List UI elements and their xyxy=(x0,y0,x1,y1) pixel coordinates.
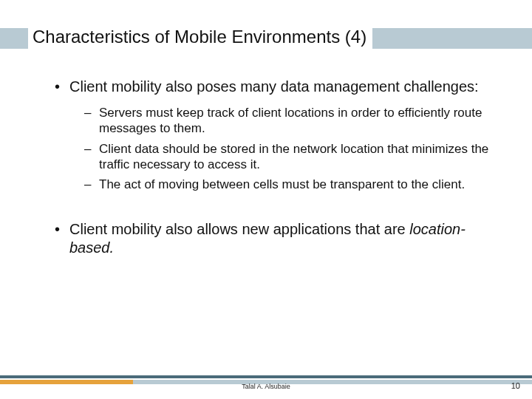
bullet-text: Client mobility also poses many data man… xyxy=(69,78,479,95)
footer-band-dark xyxy=(0,375,532,378)
bullet-item: Client mobility also poses many data man… xyxy=(52,78,495,192)
title-accent-right xyxy=(372,28,532,49)
sub-bullet-item: Servers must keep track of client locati… xyxy=(83,105,495,137)
title-accent-left xyxy=(0,28,28,49)
page-title: Characteristics of Mobile Environments (… xyxy=(33,27,366,47)
sub-bullet-text: The act of moving between cells must be … xyxy=(99,177,465,191)
spacer xyxy=(52,202,495,220)
slide-footer: Talal A. Alsubaie 10 xyxy=(0,372,532,392)
bullet-list: Client mobility also allows new applicat… xyxy=(52,220,495,257)
slide-content: Client mobility also poses many data man… xyxy=(52,78,495,267)
slide: Characteristics of Mobile Environments (… xyxy=(0,0,532,399)
footer-author: Talal A. Alsubaie xyxy=(0,383,532,390)
bullet-list: Client mobility also poses many data man… xyxy=(52,78,495,192)
title-wrap: Characteristics of Mobile Environments (… xyxy=(28,27,372,47)
sub-bullet-list: Servers must keep track of client locati… xyxy=(83,105,495,192)
sub-bullet-text: Servers must keep track of client locati… xyxy=(99,106,482,135)
sub-bullet-text: Client data should be stored in the netw… xyxy=(99,142,488,171)
title-bar: Characteristics of Mobile Environments (… xyxy=(0,22,532,52)
page-number: 10 xyxy=(511,381,520,390)
sub-bullet-item: The act of moving between cells must be … xyxy=(83,177,495,192)
bullet-text: Client mobility also allows new applicat… xyxy=(69,221,409,237)
bullet-item: Client mobility also allows new applicat… xyxy=(52,220,495,257)
sub-bullet-item: Client data should be stored in the netw… xyxy=(83,141,495,173)
